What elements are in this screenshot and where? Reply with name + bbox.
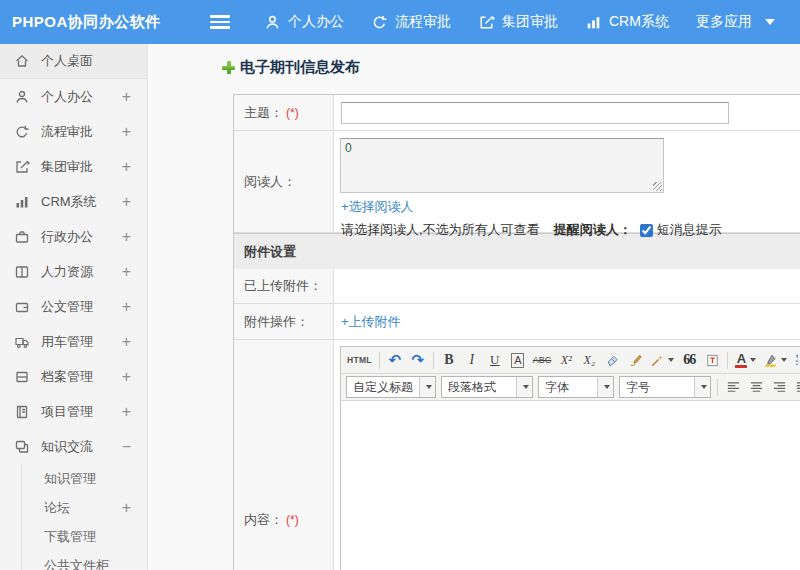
editor-content-area[interactable] (341, 401, 800, 570)
sidebar-subitem-download-mgmt[interactable]: 下载管理 (22, 522, 147, 551)
sidebar-item-admin-office[interactable]: 行政办公 + (0, 219, 147, 254)
nav-label: 个人办公 (288, 13, 344, 31)
format-brush-button[interactable] (624, 349, 646, 371)
readers-textarea[interactable]: 0 (340, 138, 664, 193)
app-title: PHPOA协同办公软件 (0, 13, 196, 32)
nav-workflow-approval[interactable]: 流程审批 (371, 13, 451, 31)
sidebar-subitem-forum[interactable]: 论坛 + (22, 493, 147, 522)
sidebar-item-project-mgmt[interactable]: 项目管理 + (0, 394, 147, 429)
remove-format-button[interactable] (601, 349, 623, 371)
align-right-button[interactable] (768, 376, 790, 398)
expand-icon[interactable]: + (122, 229, 131, 245)
eraser-icon (605, 353, 620, 368)
subject-input[interactable] (341, 102, 729, 124)
edit-square-icon (478, 14, 495, 31)
paste-text-icon (705, 353, 720, 368)
expand-icon[interactable]: + (122, 404, 131, 420)
content-row: 内容： (*) HTML ↶ ↷ B I U A (234, 340, 800, 570)
caret-down-icon (750, 358, 756, 362)
blockquote-button[interactable]: 66 (678, 349, 700, 371)
user-icon (264, 14, 281, 31)
publish-form: 主题： (*) 阅读人： 0 +选择阅读人 请选择阅读人,不选为所有人可查看 提… (233, 94, 800, 570)
sidebar-item-hr[interactable]: 人力资源 + (0, 254, 147, 289)
sidebar-item-workflow-approval[interactable]: 流程审批 + (0, 114, 147, 149)
hamburger-menu-icon[interactable] (210, 15, 230, 29)
expand-icon[interactable]: + (122, 159, 131, 175)
paste-plain-text-button[interactable] (701, 349, 723, 371)
sms-notify-label: 短消息提示 (657, 221, 722, 239)
html-source-button[interactable]: HTML (344, 349, 375, 371)
editor-toolbar-row2: 自定义标题 段落格式 字体 字号 (341, 374, 800, 401)
sidebar-item-group-approval[interactable]: 集团审批 + (0, 149, 147, 184)
expand-icon[interactable]: + (122, 124, 131, 140)
nav-group-approval[interactable]: 集团审批 (478, 13, 558, 31)
caret-down-icon (523, 385, 529, 389)
strikethrough-button[interactable]: ABC (530, 349, 555, 371)
sidebar-subitem-public-file-cabinet[interactable]: 公共文件柜 (22, 551, 147, 570)
editor-toolbar-row1: HTML ↶ ↷ B I U A ABC X² X₂ (341, 347, 800, 374)
subscript-button[interactable]: X₂ (578, 349, 600, 371)
nav-personal-office[interactable]: 个人办公 (264, 13, 344, 31)
user-icon (14, 89, 30, 105)
sidebar-item-document-mgmt[interactable]: 公文管理 + (0, 289, 147, 324)
nav-crm-system[interactable]: CRM系统 (585, 13, 669, 31)
align-left-button[interactable] (722, 376, 744, 398)
uploaded-attachments-label: 已上传附件： (234, 269, 334, 303)
expand-icon[interactable]: + (122, 89, 131, 105)
align-center-button[interactable] (745, 376, 767, 398)
sidebar-item-crm[interactable]: CRM系统 + (0, 184, 147, 219)
ordered-list-button[interactable] (791, 349, 800, 371)
align-justify-icon (795, 380, 800, 395)
sidebar-item-personal-desktop[interactable]: 个人桌面 (0, 44, 147, 79)
expand-icon[interactable]: + (122, 500, 131, 516)
nav-label: CRM系统 (609, 13, 669, 31)
page-title: 电子期刊信息发布 (222, 58, 800, 77)
expand-icon[interactable]: + (122, 194, 131, 210)
sidebar-item-archive-mgmt[interactable]: 档案管理 + (0, 359, 147, 394)
underline-button[interactable]: U (484, 349, 506, 371)
font-family-select[interactable]: 字体 (538, 376, 614, 398)
uploaded-attachments-row: 已上传附件： (234, 269, 800, 304)
expand-icon[interactable]: + (122, 299, 131, 315)
knowledge-submenu: 知识管理 论坛 + 下载管理 公共文件柜 (21, 464, 147, 570)
highlight-color-button[interactable] (760, 349, 790, 371)
sidebar-item-vehicle-mgmt[interactable]: 用车管理 + (0, 324, 147, 359)
copy-chat-icon (14, 439, 30, 455)
main-content: 电子期刊信息发布 主题： (*) 阅读人： 0 +选择阅读人 请选择阅读人,不选… (149, 44, 800, 570)
cycle-icon (14, 124, 30, 140)
sidebar-subitem-knowledge-mgmt[interactable]: 知识管理 (22, 464, 147, 493)
font-style-button[interactable]: A (507, 349, 529, 371)
resize-grip[interactable] (653, 182, 662, 191)
nav-more-apps[interactable]: 更多应用 (696, 13, 775, 31)
top-navigation: 个人办公 流程审批 集团审批 CRM系统 更多应用 (264, 13, 775, 31)
collapse-icon[interactable]: − (122, 439, 131, 455)
expand-icon[interactable]: + (122, 369, 131, 385)
caret-down-icon (426, 385, 432, 389)
required-mark: (*) (286, 513, 299, 527)
undo-button[interactable]: ↶ (384, 349, 406, 371)
font-size-select[interactable]: 字号 (619, 376, 711, 398)
briefcase-icon (14, 229, 30, 245)
sms-notify-checkbox[interactable] (640, 224, 653, 237)
nav-label: 更多应用 (696, 13, 752, 31)
attachment-ops-label: 附件操作： (234, 304, 334, 339)
choose-readers-link[interactable]: +选择阅读人 (341, 198, 414, 216)
font-color-button[interactable]: A (732, 349, 759, 371)
upload-attachment-link[interactable]: +上传附件 (341, 313, 401, 331)
superscript-button[interactable]: X² (555, 349, 577, 371)
custom-heading-select[interactable]: 自定义标题 (346, 376, 436, 398)
align-justify-button[interactable] (791, 376, 800, 398)
magic-wand-icon (650, 353, 665, 368)
bold-button[interactable]: B (438, 349, 460, 371)
sidebar-item-knowledge-exchange[interactable]: 知识交流 − (0, 429, 147, 464)
sidebar-item-personal-office[interactable]: 个人办公 + (0, 79, 147, 114)
ordered-list-icon (794, 353, 800, 368)
redo-button[interactable]: ↷ (407, 349, 429, 371)
paragraph-format-select[interactable]: 段落格式 (441, 376, 533, 398)
expand-icon[interactable]: + (122, 264, 131, 280)
caret-down-icon (668, 358, 674, 362)
auto-typeset-button[interactable] (647, 349, 677, 371)
italic-button[interactable]: I (461, 349, 483, 371)
expand-icon[interactable]: + (122, 334, 131, 350)
top-bar: PHPOA协同办公软件 个人办公 流程审批 集团审批 CRM系统 更多应用 (0, 0, 800, 44)
